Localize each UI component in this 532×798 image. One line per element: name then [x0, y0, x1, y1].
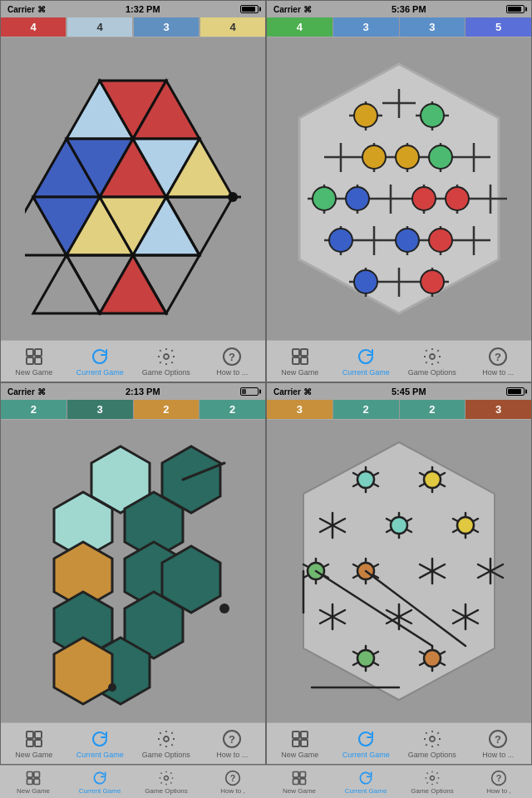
- score-br-2: 2: [400, 400, 466, 419]
- svg-point-188: [431, 776, 435, 780]
- toolbar-current-game-tl[interactable]: Current Game: [67, 341, 134, 382]
- status-bar-bl: Carrier ⌘ 2:13 PM: [1, 383, 265, 400]
- score-br-3: 3: [466, 400, 531, 419]
- game-options-icon-tr: [422, 347, 442, 367]
- toolbar-how-to-tl[interactable]: ? How to ...: [200, 341, 266, 382]
- hex-tile-game-svg: [25, 430, 241, 712]
- toolbar-game-options-label-bl: Game Options: [142, 751, 190, 759]
- svg-point-68: [329, 229, 352, 252]
- score-bar-tr: 4 3 3 5: [267, 17, 531, 37]
- bottom-nav-how-to-right[interactable]: ? How to ,: [466, 766, 532, 798]
- svg-point-130: [391, 517, 407, 534]
- svg-point-174: [430, 736, 435, 741]
- score-bar-tl: 4 4 3 4: [1, 17, 265, 37]
- battery-tr: [506, 5, 525, 13]
- score-bar-br: 3 2 2 3: [267, 400, 531, 420]
- svg-rect-90: [301, 357, 308, 364]
- battery-br: [506, 387, 525, 396]
- toolbar-new-game-tl[interactable]: New Game: [1, 341, 67, 382]
- svg-point-44: [396, 145, 419, 169]
- toolbar-game-options-tr[interactable]: Game Options: [399, 341, 466, 382]
- toolbar-game-options-label-tl: Game Options: [142, 368, 190, 377]
- cell-bottom-left: Carrier ⌘ 2:13 PM 2 3 2 2: [0, 382, 266, 765]
- bottom-nav-game-options-left[interactable]: Game Options: [133, 766, 200, 798]
- svg-rect-108: [27, 732, 33, 738]
- toolbar-new-game-br[interactable]: New Game: [267, 723, 333, 764]
- svg-point-41: [362, 145, 386, 169]
- triangle-game-svg: [25, 56, 241, 322]
- bottom-nav-new-game-left[interactable]: New Game: [0, 766, 66, 798]
- svg-rect-89: [293, 357, 299, 364]
- bottom-nav-current-game-right[interactable]: Current Game: [332, 766, 399, 798]
- svg-marker-16: [100, 255, 166, 313]
- current-game-icon-br: [356, 729, 376, 749]
- toolbar-current-game-label-tl: Current Game: [76, 368, 124, 377]
- svg-point-167: [424, 650, 441, 667]
- svg-point-123: [424, 471, 441, 488]
- svg-point-107: [108, 683, 116, 692]
- bottom-nav-new-game-left-label: New Game: [17, 787, 50, 795]
- toolbar-game-options-tl[interactable]: Game Options: [133, 341, 200, 382]
- bottom-nav-new-game-right[interactable]: New Game: [266, 766, 332, 798]
- bottom-nav-current-game-left[interactable]: Current Game: [66, 766, 133, 798]
- toolbar-new-game-label-tr: New Game: [281, 368, 318, 377]
- svg-rect-21: [27, 349, 33, 356]
- svg-rect-171: [301, 732, 308, 738]
- toolbar-how-to-label-bl: How to ...: [216, 751, 248, 759]
- svg-rect-22: [35, 349, 42, 356]
- time-tr: 5:36 PM: [392, 4, 426, 14]
- bottom-nav-current-game-right-label: Current Game: [345, 787, 387, 795]
- svg-rect-184: [293, 771, 299, 777]
- svg-rect-23: [27, 357, 33, 364]
- bottom-nav-game-options-left-label: Game Options: [145, 787, 188, 795]
- orb-game-svg: [283, 56, 515, 322]
- score-seg-0: 4: [1, 17, 67, 37]
- bottom-nav-how-to-left[interactable]: ? How to ,: [200, 766, 266, 798]
- svg-rect-109: [35, 732, 42, 738]
- toolbar-current-game-br[interactable]: Current Game: [333, 723, 400, 764]
- svg-text:?: ?: [496, 773, 502, 783]
- svg-rect-178: [34, 771, 40, 777]
- toolbar-how-to-bl[interactable]: ? How to ...: [200, 723, 266, 764]
- toolbar-game-options-bl[interactable]: Game Options: [133, 723, 200, 764]
- toolbar-how-to-br[interactable]: ? How to ...: [466, 723, 532, 764]
- time-br: 5:45 PM: [392, 387, 426, 397]
- score-tr-0: 4: [267, 17, 333, 37]
- svg-point-76: [429, 229, 452, 252]
- bottom-nav-how-to-right-label: How to ,: [486, 787, 510, 795]
- svg-point-63: [446, 187, 469, 210]
- bottom-nav-game-options-right[interactable]: Game Options: [399, 766, 466, 798]
- toolbar-how-to-tr[interactable]: ? How to ...: [466, 341, 532, 382]
- svg-rect-173: [301, 740, 308, 746]
- toolbar-new-game-bl[interactable]: New Game: [1, 723, 67, 764]
- spoke-game-svg: [283, 430, 515, 712]
- toolbar-game-options-br[interactable]: Game Options: [399, 723, 466, 764]
- svg-point-36: [421, 104, 444, 127]
- toolbar-current-game-tr[interactable]: Current Game: [333, 341, 400, 382]
- svg-rect-180: [34, 778, 40, 784]
- toolbar-current-game-label-bl: Current Game: [76, 751, 124, 759]
- svg-point-52: [313, 187, 336, 210]
- time-tl: 1:32 PM: [126, 4, 160, 14]
- svg-rect-110: [27, 740, 33, 746]
- svg-marker-115: [303, 442, 495, 700]
- game-options-icon-tl: [156, 347, 176, 367]
- svg-rect-186: [293, 778, 299, 784]
- toolbar-new-game-tr[interactable]: New Game: [267, 341, 333, 382]
- game-options-icon-bl: [156, 729, 176, 749]
- score-br-1: 2: [333, 400, 400, 419]
- status-bar-tr: Carrier ⌘ 5:36 PM: [267, 1, 531, 17]
- svg-point-106: [219, 603, 229, 613]
- score-seg-3: 4: [200, 17, 265, 37]
- svg-point-134: [457, 517, 474, 534]
- svg-point-91: [430, 354, 435, 359]
- toolbar-game-options-label-tr: Game Options: [408, 368, 456, 377]
- game-area-br: [267, 420, 531, 722]
- toolbar-new-game-label-br: New Game: [281, 751, 318, 759]
- new-game-icon-bl: [24, 729, 44, 749]
- svg-point-60: [412, 187, 436, 210]
- toolbar-current-game-bl[interactable]: Current Game: [67, 723, 134, 764]
- carrier-tr: Carrier ⌘: [273, 5, 312, 14]
- svg-point-112: [164, 736, 169, 741]
- toolbar-how-to-label-tl: How to ...: [216, 368, 248, 377]
